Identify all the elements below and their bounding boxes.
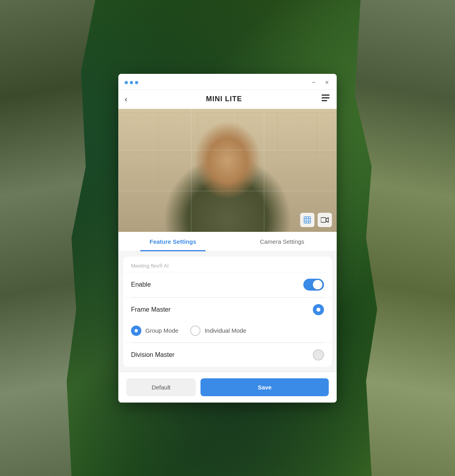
enable-label: Enable: [131, 281, 151, 288]
title-bar-dots: [125, 81, 138, 84]
default-button[interactable]: Default: [126, 378, 196, 396]
enable-row: Enable: [123, 272, 332, 297]
back-button[interactable]: ‹: [125, 94, 127, 104]
svg-rect-1: [322, 97, 330, 98]
frame-master-row: Frame Master: [123, 297, 332, 322]
enable-toggle[interactable]: [303, 279, 324, 291]
frame-master-label: Frame Master: [131, 306, 171, 313]
dot-2: [130, 81, 133, 84]
tab-feature-settings[interactable]: Feature Settings: [118, 232, 228, 251]
tab-camera-settings[interactable]: Camera Settings: [228, 232, 337, 251]
camera-controls: [300, 213, 332, 227]
menu-icon: [321, 94, 330, 102]
individual-mode-radio: [190, 326, 201, 336]
page-title: MINI LITE: [206, 95, 242, 103]
menu-button[interactable]: [321, 94, 330, 104]
group-mode-option[interactable]: Group Mode: [131, 326, 178, 336]
svg-rect-2: [322, 100, 327, 101]
toggle-thumb: [313, 280, 322, 289]
svg-rect-7: [304, 217, 310, 223]
section-label: Meeting flex® AI: [123, 256, 332, 272]
frame-master-toggle[interactable]: [313, 304, 324, 315]
footer: Default Save: [118, 372, 337, 403]
title-bar: − ×: [118, 74, 337, 90]
svg-rect-8: [321, 218, 326, 222]
grid-icon: [304, 216, 311, 224]
svg-rect-0: [322, 94, 330, 96]
dot-1: [125, 81, 128, 84]
save-button[interactable]: Save: [201, 378, 329, 396]
frame-master-toggle-inner: [316, 308, 320, 312]
close-button[interactable]: ×: [324, 79, 330, 87]
nav-bar: ‹ MINI LITE: [118, 90, 337, 109]
division-master-toggle[interactable]: [313, 349, 324, 360]
group-mode-label: Group Mode: [145, 327, 178, 334]
mode-options-row: Group Mode Individual Mode: [123, 322, 332, 342]
video-icon: [321, 217, 329, 223]
division-master-label: Division Master: [131, 351, 174, 358]
division-master-row: Division Master: [123, 343, 332, 367]
group-mode-radio: [131, 326, 141, 336]
camera-preview: [118, 109, 337, 232]
minimize-button[interactable]: −: [310, 79, 317, 87]
settings-card: Meeting flex® AI Enable Frame Master: [123, 256, 332, 367]
title-bar-controls: − ×: [310, 79, 330, 87]
settings-content: Meeting flex® AI Enable Frame Master: [118, 252, 337, 372]
app-window: − × ‹ MINI LITE: [118, 74, 337, 403]
grid-button[interactable]: [300, 213, 314, 227]
individual-mode-option[interactable]: Individual Mode: [190, 326, 246, 336]
toggle-track: [303, 279, 324, 291]
video-button[interactable]: [318, 213, 332, 227]
tabs-bar: Feature Settings Camera Settings: [118, 232, 337, 252]
dot-3: [135, 81, 138, 84]
individual-mode-label: Individual Mode: [204, 327, 246, 334]
group-mode-dot: [135, 329, 138, 332]
